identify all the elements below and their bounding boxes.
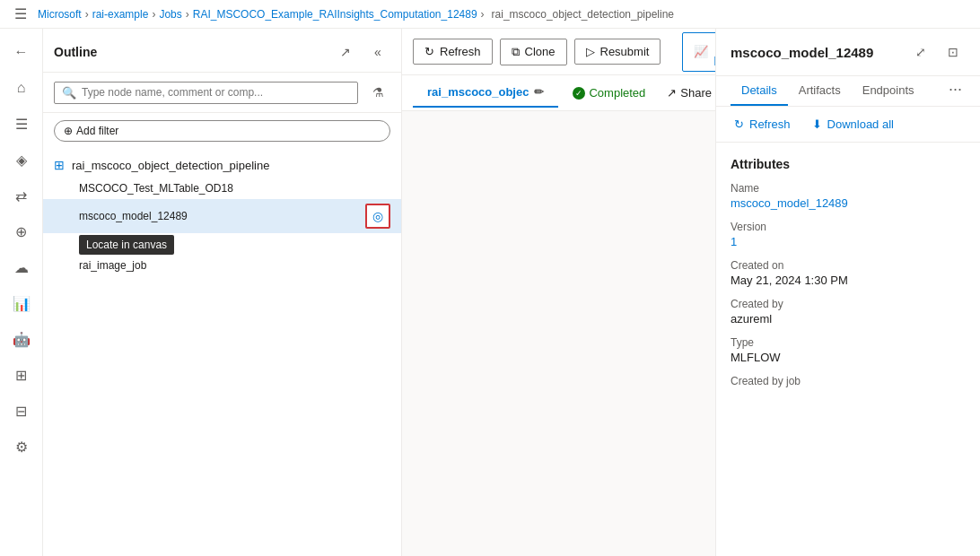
breadcrumb-microsoft[interactable]: Microsoft [38, 8, 82, 21]
filter-plus-icon: ⊕ [64, 125, 73, 137]
search-icon: 🔍 [62, 86, 76, 100]
clone-icon: ⧉ [512, 45, 520, 59]
tree-root-item[interactable]: ⊞ rai_mscoco_object_detection_pipeline [43, 152, 401, 178]
nav-cloud-icon[interactable]: ☁ [5, 251, 38, 283]
tree-child-label-model: mscoco_model_12489 [79, 210, 188, 222]
nav-hexagon-icon[interactable]: ◈ [5, 143, 38, 176]
attr-created-on-label: Created on [731, 259, 966, 272]
tab-endpoints[interactable]: Endpoints [852, 76, 925, 106]
panel-content: Attributes Name mscoco_model_12489 Versi… [716, 143, 980, 556]
sidebar-share-icon[interactable]: ↗ [333, 39, 358, 65]
nav-chart-icon[interactable]: 📊 [5, 287, 38, 319]
breadcrumb-jobs[interactable]: Jobs [159, 8, 181, 21]
tree-child-rai-job[interactable]: rai_image_job [43, 255, 401, 276]
content-area: ↻ Refresh ⧉ Clone ▷ Resubmit 📈 View prof… [402, 29, 715, 556]
tree-child-label-rai: rai_image_job [79, 259, 146, 272]
nav-grid2-icon[interactable]: ⊟ [5, 395, 38, 427]
hamburger-icon[interactable]: ☰ [14, 5, 27, 22]
edit-icon[interactable]: ✏ [534, 85, 544, 99]
breadcrumb: ☰ Microsoft › rai-example › Jobs › RAI_M… [0, 0, 980, 29]
add-filter-button[interactable]: ⊕ Add filter [54, 120, 390, 142]
panel-title: mscoco_model_12489 [731, 45, 873, 60]
breadcrumb-current: rai_mscoco_object_detection_pipeline [492, 8, 674, 21]
locate-in-canvas-button[interactable]: ◎ [365, 204, 390, 229]
main-toolbar: ↻ Refresh ⧉ Clone ▷ Resubmit 📈 View prof… [402, 29, 715, 75]
status-dot-icon [573, 87, 585, 100]
panel-tab-more-icon[interactable]: ··· [945, 76, 966, 106]
locate-icon: ◎ [372, 209, 383, 223]
job-tab-bar: rai_mscoco_objec ✏ Completed ↗ Share ▾ ⊞ [402, 75, 715, 111]
tab-artifacts[interactable]: Artifacts [788, 76, 852, 106]
panel-header: mscoco_model_12489 ⤢ ⊡ [716, 29, 980, 76]
sidebar-header-actions: ↗ « [333, 39, 390, 65]
nav-settings-icon[interactable]: ⚙ [5, 430, 38, 463]
panel-refresh-icon: ↻ [734, 117, 744, 131]
panel-download-all-button[interactable]: ⬇ Download all [805, 114, 901, 135]
sidebar-title: Outline [54, 45, 97, 59]
attr-created-on: Created on May 21, 2024 1:30 PM [731, 259, 966, 287]
pipeline-icon: ⊞ [54, 158, 65, 172]
attr-created-by-job: Created by job [731, 375, 966, 387]
panel-tabs: Details Artifacts Endpoints ··· [716, 76, 980, 107]
panel-expand-icon[interactable]: ⤢ [908, 39, 933, 65]
refresh-icon: ↻ [424, 45, 434, 58]
locate-tooltip: Locate in canvas [79, 235, 174, 255]
attr-version-value: 1 [731, 235, 966, 248]
refresh-button[interactable]: ↻ Refresh [413, 39, 493, 65]
breadcrumb-job-name[interactable]: RAI_MSCOCO_Example_RAIInsights_Computati… [193, 8, 477, 21]
nav-home-icon[interactable]: ⌂ [5, 72, 38, 104]
connector-svg [402, 111, 715, 556]
panel-download-icon: ⬇ [812, 117, 822, 131]
nav-grid-icon[interactable]: ⊞ [5, 359, 38, 391]
attributes-title: Attributes [731, 157, 966, 171]
attr-version-label: Version [731, 221, 966, 233]
sidebar: Outline ↗ « 🔍 ⚗ ⊕ Add filter [43, 29, 402, 556]
attr-version: Version 1 [731, 221, 966, 248]
clone-button[interactable]: ⧉ Clone [500, 39, 567, 65]
nav-exchange-icon[interactable]: ⇄ [5, 179, 38, 212]
right-panel: mscoco_model_12489 ⤢ ⊡ Details Artifacts… [715, 29, 980, 556]
panel-detach-icon[interactable]: ⊡ [941, 39, 966, 65]
profiling-icon: 📈 [694, 45, 708, 58]
search-input[interactable] [82, 86, 350, 99]
sidebar-search: 🔍 ⚗ [43, 73, 401, 113]
sidebar-tree: ⊞ rai_mscoco_object_detection_pipeline M… [43, 149, 401, 556]
attr-name: Name mscoco_model_12489 [731, 182, 966, 210]
share-button[interactable]: ↗ Share ▾ [660, 83, 715, 103]
attr-name-value[interactable]: mscoco_model_12489 [731, 196, 966, 210]
tree-root-label: rai_mscoco_object_detection_pipeline [72, 159, 269, 172]
tab-details[interactable]: Details [731, 76, 788, 106]
left-nav: ← ⌂ ☰ ◈ ⇄ ⊕ ☁ 📊 🤖 ⊞ ⊟ ⚙ [0, 29, 43, 556]
share-icon: ↗ [667, 86, 677, 100]
resubmit-button[interactable]: ▷ Resubmit [574, 39, 661, 65]
breadcrumb-rai-example[interactable]: rai-example [92, 8, 149, 21]
tree-child-model[interactable]: mscoco_model_12489 ◎ [43, 199, 401, 233]
filter-icon[interactable]: ⚗ [365, 80, 390, 105]
attr-type: Type MLFLOW [731, 336, 966, 364]
nav-back-icon[interactable]: ← [5, 36, 38, 68]
tree-child-mltable[interactable]: MSCOCO_Test_MLTable_OD18 [43, 178, 401, 199]
status-area: Completed [558, 86, 660, 100]
attr-created-by-value: azureml [731, 312, 966, 326]
attr-name-label: Name [731, 182, 966, 195]
search-wrapper: 🔍 [54, 82, 358, 104]
attr-type-label: Type [731, 336, 966, 349]
sidebar-collapse-icon[interactable]: « [365, 39, 390, 65]
panel-toolbar: ↻ Refresh ⬇ Download all [716, 107, 980, 143]
tree-child-label-mltable: MSCOCO_Test_MLTable_OD18 [79, 182, 233, 195]
attr-created-on-value: May 21, 2024 1:30 PM [731, 274, 966, 287]
sidebar-header: Outline ↗ « [43, 29, 401, 73]
nav-plus-icon[interactable]: ⊕ [5, 215, 38, 248]
attr-type-value: MLFLOW [731, 351, 966, 364]
tab-label: rai_mscoco_objec [427, 85, 529, 99]
attr-created-by-label: Created by [731, 298, 966, 310]
view-profiling-button[interactable]: 📈 View profiling [682, 32, 715, 72]
attr-created-by: Created by azureml [731, 298, 966, 326]
attributes-section: Attributes Name mscoco_model_12489 Versi… [731, 157, 966, 387]
tab-rai-mscoco[interactable]: rai_mscoco_objec ✏ [413, 78, 558, 108]
canvas-area[interactable]: ⬡ mscoco_model_12489 mscoco_model_12489 … [402, 111, 715, 556]
nav-robot-icon[interactable]: 🤖 [5, 323, 38, 355]
nav-menu-icon[interactable]: ☰ [5, 108, 38, 140]
panel-refresh-button[interactable]: ↻ Refresh [727, 114, 798, 135]
attr-created-by-job-label: Created by job [731, 375, 966, 387]
